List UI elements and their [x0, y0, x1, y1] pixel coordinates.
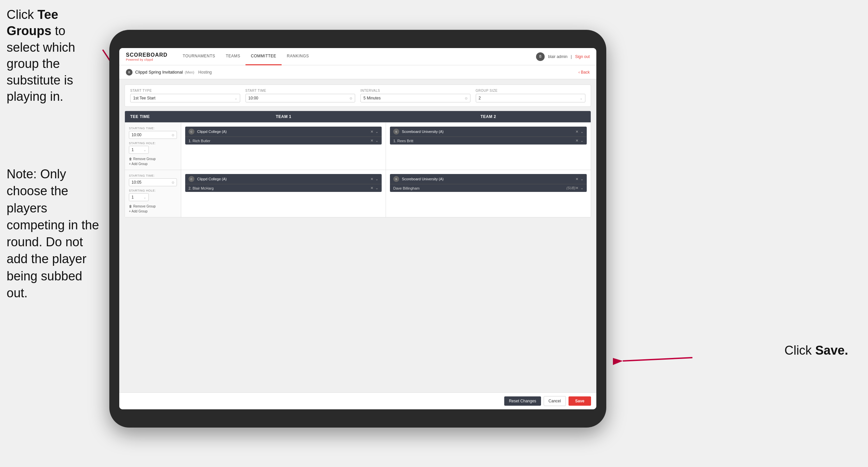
nav-teams[interactable]: TEAMS [221, 48, 246, 65]
save-arrow [613, 344, 699, 371]
team2-badge-2: S [393, 176, 399, 182]
intervals-group: Intervals 5 Minutes ⊙ [361, 89, 470, 103]
sub-header-gender: (Men) [185, 70, 194, 74]
svg-line-3 [623, 358, 692, 361]
team2-entry-header-2: S Scoreboard University (A) ✕ ⌄ [390, 174, 587, 184]
nav-user: blair admin [548, 54, 567, 59]
tee-time-col-1: STARTING TIME: 10:00 ⊙ STARTING HOLE: 1 … [125, 123, 181, 170]
cancel-button[interactable]: Cancel [544, 396, 566, 406]
nav-bar: SCOREBOARD Powered by clippd TOURNAMENTS… [119, 48, 596, 65]
nav-committee[interactable]: COMMITTEE [246, 48, 282, 65]
nav-tournaments[interactable]: TOURNAMENTS [178, 48, 221, 65]
starting-time-label-2: STARTING TIME: [129, 174, 177, 177]
start-time-label: Start Time [246, 89, 355, 92]
start-type-label: Start Type [130, 89, 240, 92]
start-type-chevron: ⌄ [235, 96, 237, 100]
time-input-1[interactable]: 10:00 ⊙ [129, 131, 177, 139]
tee-time-col-2: STARTING TIME: 10:05 ⊙ STARTING HOLE: 1 … [125, 170, 181, 217]
remove-group-btn-1[interactable]: 🗑 Remove Group [129, 157, 177, 161]
back-button[interactable]: ‹ Back [579, 70, 590, 75]
nav-links: TOURNAMENTS TEAMS COMMITTEE RANKINGS [178, 48, 536, 65]
nav-right: B blair admin | Sign out [536, 52, 590, 61]
sub-header: B Clippd Spring Invitational (Men) Hosti… [119, 65, 596, 79]
team2-header: Team 2 [386, 111, 591, 122]
team1-x-2[interactable]: ✕ [370, 177, 373, 181]
footer-bar: Reset Changes Cancel Save [119, 392, 596, 409]
sub-header-badge: B [126, 69, 132, 76]
player-1-1-chevron[interactable]: ⌄ [375, 139, 378, 143]
tablet-frame: SCOREBOARD Powered by clippd TOURNAMENTS… [109, 30, 606, 428]
group-size-input[interactable]: 2 ⌄ [476, 94, 586, 103]
save-button[interactable]: Save [568, 397, 591, 406]
nav-signout[interactable]: Sign out [575, 54, 590, 59]
instruction-bottom: Note: Only choose the players competing … [0, 166, 109, 301]
team2-chevron-2[interactable]: ⌄ [581, 177, 583, 181]
logo-area: SCOREBOARD Powered by clippd [126, 52, 168, 61]
player-1-2-controls: ✕ ⌄ [370, 186, 378, 190]
player-2-1-chevron[interactable]: ⌄ [581, 139, 583, 143]
player-1-2: 2. Blair McHarg ✕ ⌄ [185, 184, 382, 192]
player-2-1-controls: ✕ ⌄ [576, 139, 583, 143]
player-sub-2-chevron[interactable]: ⌄ [581, 186, 583, 190]
team1-chevron-2[interactable]: ⌄ [375, 177, 378, 181]
add-group-btn-2[interactable]: + Add Group [129, 209, 177, 213]
player-1-2-chevron[interactable]: ⌄ [375, 186, 378, 190]
team2-badge-1: S [393, 128, 399, 135]
nav-rankings[interactable]: RANKINGS [282, 48, 314, 65]
player-1-2-x[interactable]: ✕ [370, 186, 373, 190]
start-type-group: Start Type 1st Tee Start ⌄ [130, 89, 240, 103]
start-time-input[interactable]: 10:00 ⊙ [246, 94, 355, 103]
instruction-bottom-text: Note: Only choose the players competing … [7, 167, 99, 300]
instruction-top-prefix: Click [7, 8, 37, 22]
group-size-chevron: ⌄ [580, 96, 582, 100]
team2-chevron-1[interactable]: ⌄ [581, 129, 583, 134]
team2-x-2[interactable]: ✕ [576, 177, 579, 181]
player-1-1-controls: ✕ ⌄ [370, 139, 378, 143]
team1-entry-1: C Clippd College (A) ✕ ⌄ 1. Rich Butler [185, 126, 382, 145]
instruction-top: Click Tee Groups to select which group t… [0, 0, 103, 111]
click-save-label: Click Save. [784, 343, 848, 358]
starting-hole-label-1: STARTING HOLE: [129, 142, 177, 145]
team2-x-1[interactable]: ✕ [576, 129, 579, 134]
player-sub-2-name: Dave Billingham [393, 186, 565, 190]
intervals-input[interactable]: 5 Minutes ⊙ [361, 94, 470, 103]
team2-entry-1: S Scoreboard University (A) ✕ ⌄ 1. Rees … [390, 126, 587, 145]
intervals-label: Intervals [361, 89, 470, 92]
start-time-group: Start Time 10:00 ⊙ [246, 89, 355, 103]
reset-changes-button[interactable]: Reset Changes [504, 397, 541, 406]
starting-time-label-1: STARTING TIME: [129, 126, 177, 130]
team1-entry-header-2: C Clippd College (A) ✕ ⌄ [185, 174, 382, 184]
player-1-1-name: 1. Rich Butler [188, 139, 370, 143]
settings-row: Start Type 1st Tee Start ⌄ Start Time 10… [125, 85, 591, 107]
sub-header-hosting: Hosting [198, 70, 212, 75]
team2-entry-header-1: S Scoreboard University (A) ✕ ⌄ [390, 126, 587, 137]
remove-group-btn-2[interactable]: 🗑 Remove Group [129, 204, 177, 208]
sub-header-tournament: Clippd Spring Invitational [135, 69, 183, 75]
team1-header: Team 1 [181, 111, 386, 122]
team2-controls-2: ✕ ⌄ [576, 177, 583, 181]
tee-table: Tee Time Team 1 Team 2 STARTING TIME: 10… [125, 111, 591, 217]
team2-col-1: S Scoreboard University (A) ✕ ⌄ 1. Rees … [386, 123, 591, 170]
team1-x-1[interactable]: ✕ [370, 129, 373, 134]
start-type-input[interactable]: 1st Tee Start ⌄ [130, 94, 240, 103]
player-2-1-x[interactable]: ✕ [576, 139, 579, 143]
logo-powered: Powered by clippd [126, 58, 168, 61]
tee-row-2: STARTING TIME: 10:05 ⊙ STARTING HOLE: 1 … [125, 170, 591, 217]
team2-name-1: Scoreboard University (A) [402, 129, 576, 134]
team2-name-2: Scoreboard University (A) [402, 177, 576, 181]
time-input-2[interactable]: 10:05 ⊙ [129, 178, 177, 186]
player-2-1: 1. Rees Britt ✕ ⌄ [390, 137, 587, 145]
team1-entry-header-1: C Clippd College (A) ✕ ⌄ [185, 126, 382, 137]
team1-chevron-1[interactable]: ⌄ [375, 129, 378, 134]
hole-input-1[interactable]: 1 ⌄ [129, 146, 149, 154]
hole-input-2[interactable]: 1 ⌄ [129, 193, 149, 201]
nav-separator: | [571, 54, 572, 59]
tee-row-1: STARTING TIME: 10:00 ⊙ STARTING HOLE: 1 … [125, 122, 591, 170]
tee-time-header: Tee Time [125, 111, 181, 122]
add-group-btn-1[interactable]: + Add Group [129, 162, 177, 166]
player-2-1-name: 1. Rees Britt [393, 139, 576, 143]
team1-name-1: Clippd College (A) [197, 129, 370, 134]
player-sub-2-controls: ✕ ⌄ [576, 186, 583, 190]
player-1-1-x[interactable]: ✕ [370, 139, 373, 143]
player-sub-2-x[interactable]: ✕ [576, 186, 579, 190]
